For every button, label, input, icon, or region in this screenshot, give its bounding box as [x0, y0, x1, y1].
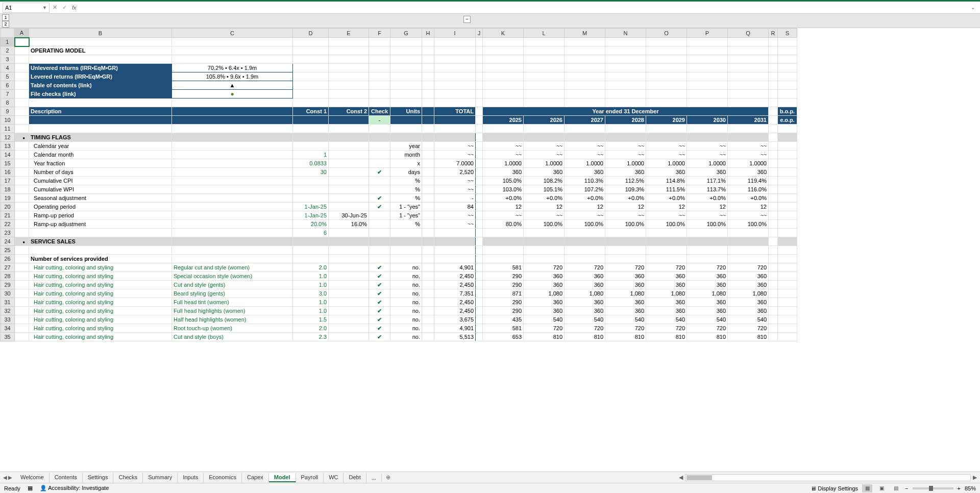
cell-L13[interactable]: ~~ — [524, 142, 565, 151]
cell-C12[interactable] — [172, 133, 293, 142]
cell-D23[interactable]: 6 — [293, 229, 329, 237]
cell-J2[interactable] — [476, 46, 483, 55]
cell-N15[interactable]: 1.0000 — [605, 159, 646, 168]
cell-P15[interactable]: 1.0000 — [687, 159, 728, 168]
cell-O12[interactable] — [646, 133, 687, 142]
view-page-layout-icon[interactable]: ▣ — [876, 484, 887, 492]
cell-S26[interactable] — [778, 255, 797, 263]
cell-E34[interactable] — [329, 324, 369, 333]
cell-B27[interactable]: Hair cutting, coloring and styling — [29, 263, 172, 272]
cell-F30[interactable]: ✔ — [369, 289, 390, 298]
cell-H11[interactable] — [422, 125, 434, 133]
cell-H10[interactable] — [422, 116, 434, 125]
cell-C4[interactable]: 70.2% • 6.4x • 1.9m — [172, 64, 293, 72]
zoom-out-button[interactable]: − — [905, 485, 908, 491]
cell-N8[interactable] — [605, 98, 646, 107]
cell-A10[interactable] — [15, 116, 29, 125]
cell-J32[interactable] — [476, 307, 483, 315]
cell-Q15[interactable]: 1.0000 — [728, 159, 769, 168]
cell-H31[interactable] — [422, 298, 434, 307]
cell-O31[interactable]: 360 — [646, 298, 687, 307]
cell-E22[interactable]: 16.0% — [329, 220, 369, 229]
spreadsheet-grid[interactable]: ABCDEFGHIJKLMNOPQRS12OPERATING MODEL34Un… — [0, 28, 980, 472]
col-header-B[interactable]: B — [29, 29, 172, 38]
cell-S15[interactable] — [778, 159, 797, 168]
cell-O27[interactable]: 720 — [646, 263, 687, 272]
cell-L7[interactable] — [524, 90, 565, 98]
cell-R35[interactable] — [769, 333, 778, 341]
cell-C18[interactable] — [172, 185, 293, 194]
cell-D14[interactable]: 1 — [293, 151, 329, 159]
cell-B34[interactable]: Hair cutting, coloring and styling — [29, 324, 172, 333]
cell-L27[interactable]: 720 — [524, 263, 565, 272]
cell-L8[interactable] — [524, 98, 565, 107]
cell-J31[interactable] — [476, 298, 483, 307]
cell-R15[interactable] — [769, 159, 778, 168]
cell-G23[interactable] — [390, 229, 422, 237]
row-header-11[interactable]: 11 — [1, 125, 15, 133]
row-header-1[interactable]: 1 — [1, 38, 15, 46]
cell-M27[interactable]: 720 — [565, 263, 605, 272]
cell-O30[interactable]: 1,080 — [646, 289, 687, 298]
cell-L26[interactable] — [524, 255, 565, 263]
row-header-34[interactable]: 34 — [1, 324, 15, 333]
row-header-24[interactable]: 24 — [1, 237, 15, 246]
cell-I27[interactable]: 4,901 — [434, 263, 476, 272]
cell-E9[interactable]: Const 2 — [329, 107, 369, 116]
cell-H29[interactable] — [422, 281, 434, 289]
cell-K30[interactable]: 871 — [483, 289, 524, 298]
cell-D19[interactable] — [293, 194, 329, 203]
cell-L15[interactable]: 1.0000 — [524, 159, 565, 168]
cell-S19[interactable] — [778, 194, 797, 203]
cell-S33[interactable] — [778, 315, 797, 324]
cell-N7[interactable] — [605, 90, 646, 98]
cell-M29[interactable]: 360 — [565, 281, 605, 289]
cell-F2[interactable] — [369, 46, 390, 55]
cell-O35[interactable]: 810 — [646, 333, 687, 341]
cell-J10[interactable] — [476, 116, 483, 125]
cell-D7[interactable] — [293, 90, 329, 98]
cell-N11[interactable] — [605, 125, 646, 133]
cell-R29[interactable] — [769, 281, 778, 289]
cell-S14[interactable] — [778, 151, 797, 159]
cell-B6[interactable]: Table of contents (link) — [29, 81, 172, 90]
cell-D3[interactable] — [293, 55, 329, 64]
cell-I5[interactable] — [434, 72, 476, 81]
cell-R2[interactable] — [769, 46, 778, 55]
cell-J30[interactable] — [476, 289, 483, 298]
cell-S6[interactable] — [778, 81, 797, 90]
cell-D33[interactable]: 1.5 — [293, 315, 329, 324]
cell-B9[interactable]: Description — [29, 107, 172, 116]
cell-Q20[interactable]: 12 — [728, 203, 769, 211]
cell-G29[interactable]: no. — [390, 281, 422, 289]
cell-J17[interactable] — [476, 177, 483, 185]
cell-C8[interactable] — [172, 98, 293, 107]
cell-R16[interactable] — [769, 168, 778, 177]
cell-M3[interactable] — [565, 55, 605, 64]
cell-C20[interactable] — [172, 203, 293, 211]
cell-H35[interactable] — [422, 333, 434, 341]
cell-N23[interactable] — [605, 229, 646, 237]
cell-E6[interactable] — [329, 81, 369, 90]
cell-G18[interactable]: % — [390, 185, 422, 194]
cell-M8[interactable] — [565, 98, 605, 107]
cell-B30[interactable]: Hair cutting, coloring and styling — [29, 289, 172, 298]
cell-P1[interactable] — [687, 38, 728, 46]
cell-E1[interactable] — [329, 38, 369, 46]
cell-P28[interactable]: 360 — [687, 272, 728, 281]
cell-C15[interactable] — [172, 159, 293, 168]
row-header-13[interactable]: 13 — [1, 142, 15, 151]
cell-R21[interactable] — [769, 211, 778, 220]
cell-H5[interactable] — [422, 72, 434, 81]
cell-M18[interactable]: 107.2% — [565, 185, 605, 194]
cell-E15[interactable] — [329, 159, 369, 168]
cell-P13[interactable]: ~~ — [687, 142, 728, 151]
cell-K32[interactable]: 290 — [483, 307, 524, 315]
cell-K21[interactable]: ~~ — [483, 211, 524, 220]
cell-M21[interactable]: ~~ — [565, 211, 605, 220]
cell-A26[interactable] — [15, 255, 29, 263]
cell-G5[interactable] — [390, 72, 422, 81]
cell-L6[interactable] — [524, 81, 565, 90]
cell-P30[interactable]: 1,080 — [687, 289, 728, 298]
cell-P7[interactable] — [687, 90, 728, 98]
